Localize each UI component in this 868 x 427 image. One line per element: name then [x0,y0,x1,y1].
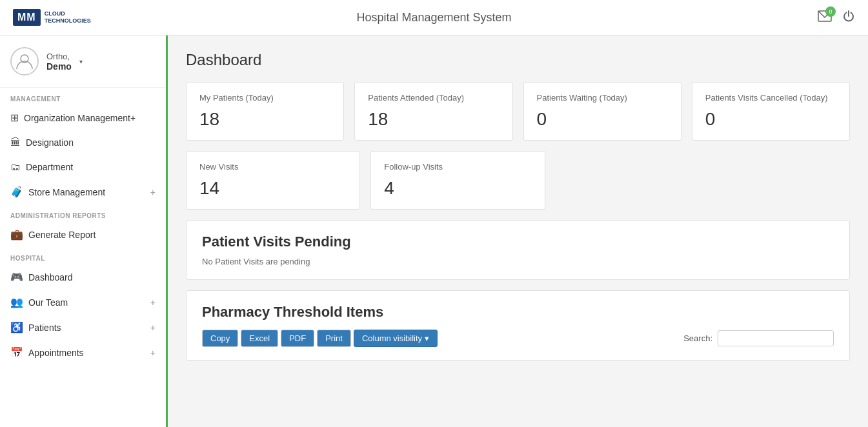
org-icon: ⊞ [10,112,19,124]
user-info: Ortho, Demo [46,52,72,72]
sidebar-section-management: MANAGEMENT ⊞ Organization Management+ 🏛 … [0,88,166,204]
stat-card-label-followup: Follow-up Visits [384,162,531,173]
store-plus-icon: + [150,187,156,197]
stat-card-value-followup: 4 [384,178,531,199]
report-icon: 💼 [10,228,23,241]
stat-card-new-visits: New Visits 14 [186,151,360,210]
pdf-button[interactable]: PDF [281,330,314,347]
pharmacy-section: Pharmacy Threshold Items Copy Excel PDF … [186,290,850,361]
sidebar-item-generate-report[interactable]: 💼 Generate Report [0,222,166,247]
designation-icon: 🏛 [10,137,21,148]
sidebar-section-hospital: HOSPITAL 🎮 Dashboard 👥 Our Team + ♿ Pati… [0,247,166,365]
stat-card-label-2: Patients Waiting (Today) [537,93,668,104]
sidebar-label-management: MANAGEMENT [0,88,166,105]
sidebar-item-label: Department [26,162,73,172]
power-button[interactable] [842,10,855,26]
stat-card-patients-attended: Patients Attended (Today) 18 [354,82,512,141]
logo-subtitle: CLOUDTECHNOLOGIES [45,10,91,25]
stat-card-my-patients: My Patients (Today) 18 [186,82,344,141]
patient-visits-pending-section: Patient Visits Pending No Patient Visits… [186,220,850,280]
sidebar-item-label: Store Management [28,187,105,197]
sidebar-label-admin: ADMINISTRATION REPORTS [0,204,166,222]
sidebar-item-our-team[interactable]: 👥 Our Team + [0,290,166,315]
btn-group: Copy Excel PDF Print Column visibility ▾ [202,330,438,347]
toolbar-buttons: Copy Excel PDF Print Column visibility ▾… [202,330,834,347]
user-dropdown-arrow[interactable]: ▾ [79,58,83,65]
avatar [10,47,39,75]
pharmacy-heading: Pharmacy Threshold Items [202,304,834,321]
logo-initials: MM [13,9,41,26]
sidebar-item-label: Our Team [28,297,68,308]
stat-cards-row-1: My Patients (Today) 18 Patients Attended… [186,82,850,141]
sidebar-item-label: Organization Management+ [24,113,136,123]
sidebar-item-appointments[interactable]: 📅 Appointments + [0,340,166,365]
sidebar-item-patients[interactable]: ♿ Patients + [0,315,166,340]
stat-card-value-0: 18 [199,109,330,130]
main-content: Dashboard My Patients (Today) 18 Patient… [168,35,868,427]
page-title: Dashboard [186,51,850,69]
column-visibility-button[interactable]: Column visibility ▾ [354,330,438,347]
main-layout: Ortho, Demo ▾ MANAGEMENT ⊞ Organization … [0,35,868,427]
sidebar-item-department[interactable]: 🗂 Department [0,155,166,179]
stat-card-label-1: Patients Attended (Today) [368,93,499,104]
stat-card-followup-visits: Follow-up Visits 4 [370,151,545,210]
header-title: Hospital Management System [356,11,511,25]
store-icon: 🧳 [10,186,23,198]
patients-plus-icon: + [150,323,156,333]
user-name: Ortho, Demo [46,52,72,72]
dashboard-icon: 🎮 [10,271,23,283]
stat-card-value-2: 0 [537,109,668,130]
stat-card-value-1: 18 [368,109,499,130]
sidebar-section-admin-reports: ADMINISTRATION REPORTS 💼 Generate Report [0,204,166,247]
team-icon: 👥 [10,296,23,308]
excel-button[interactable]: Excel [241,330,278,347]
print-button[interactable]: Print [317,330,351,347]
logo: MM CLOUDTECHNOLOGIES [13,9,91,26]
mail-button[interactable]: 0 [818,10,832,25]
pending-subtext: No Patient Visits are pending [202,257,834,266]
sidebar: Ortho, Demo ▾ MANAGEMENT ⊞ Organization … [0,35,168,427]
sidebar-label-hospital: HOSPITAL [0,247,166,264]
stat-card-spacer [556,151,851,210]
chevron-down-icon: ▾ [425,333,429,343]
user-section: Ortho, Demo ▾ [0,35,166,88]
sidebar-item-label: Generate Report [28,230,96,240]
stat-cards-row-2: New Visits 14 Follow-up Visits 4 [186,151,850,210]
appointments-icon: 📅 [10,346,23,359]
search-input[interactable] [718,330,834,346]
patients-icon: ♿ [10,321,23,333]
stat-card-value-3: 0 [705,109,836,130]
sidebar-item-label: Dashboard [28,272,73,283]
stat-card-patients-waiting: Patients Waiting (Today) 0 [523,82,681,141]
stat-card-label-0: My Patients (Today) [199,93,330,104]
stat-card-value-new-visits: 14 [199,178,347,199]
sidebar-item-label: Appointments [28,348,84,358]
pending-heading: Patient Visits Pending [202,233,834,250]
search-row: Search: [683,330,834,346]
search-label: Search: [683,333,712,343]
header-actions: 0 [818,10,855,26]
sidebar-item-dashboard[interactable]: 🎮 Dashboard [0,264,166,290]
appointments-plus-icon: + [150,348,156,358]
sidebar-item-org-management[interactable]: ⊞ Organization Management+ [0,105,166,130]
mail-badge: 0 [825,6,836,17]
stat-card-label-3: Patients Visits Cancelled (Today) [705,93,836,104]
sidebar-item-store-management[interactable]: 🧳 Store Management + [0,179,166,204]
sidebar-item-label: Patients [28,323,61,333]
stat-card-visits-cancelled: Patients Visits Cancelled (Today) 0 [692,82,850,141]
sidebar-item-designation[interactable]: 🏛 Designation [0,130,166,155]
stat-card-label-new-visits: New Visits [199,162,347,173]
copy-button[interactable]: Copy [202,330,238,347]
team-plus-icon: + [150,297,156,308]
department-icon: 🗂 [10,161,21,173]
top-header: MM CLOUDTECHNOLOGIES Hospital Management… [0,0,868,35]
sidebar-item-label: Designation [26,137,74,148]
